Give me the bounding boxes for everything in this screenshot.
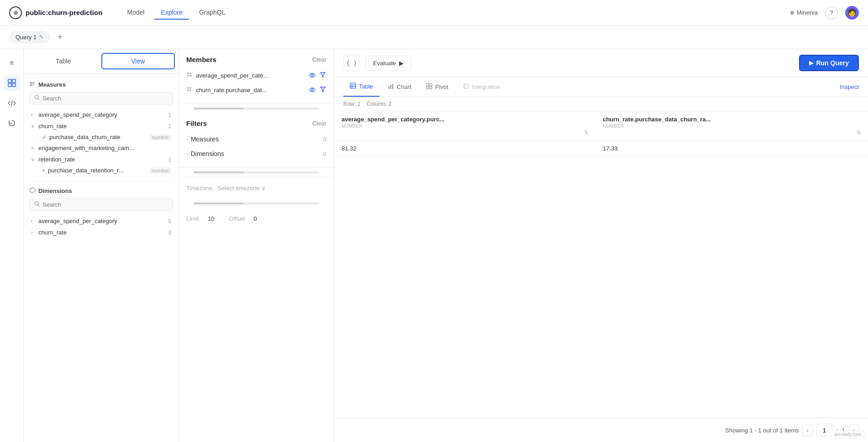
tree-item-count: 1	[168, 156, 171, 163]
help-button[interactable]: ?	[825, 6, 838, 19]
nav-right: Minerva ? 🧑	[790, 6, 859, 20]
sidebar-code-button[interactable]	[4, 95, 20, 111]
member-name-1: churn_rate.purchase_dat...	[196, 87, 305, 94]
tab-view-button[interactable]: View	[101, 53, 175, 69]
child-item-type: number	[150, 167, 171, 174]
filter-measures-row[interactable]: › Measures 0	[186, 132, 326, 146]
chevron-down-icon: ∨	[31, 157, 37, 162]
measures-search-icon	[34, 95, 40, 102]
member-filter-button-1[interactable]	[319, 85, 326, 94]
rp-tabs: Table Chart	[334, 77, 868, 97]
child-item-name: purchase_data_churn_rate	[49, 134, 147, 140]
tree-item-avg-spend[interactable]: › average_spend_per_category 1	[29, 109, 173, 120]
nav-graphql[interactable]: GraphQL	[193, 6, 232, 20]
nav-model[interactable]: Model	[121, 6, 151, 20]
app-logo: ◎ public:churn-prediction	[9, 6, 102, 19]
tree-item-name: engagement_with_marketing_cam...	[38, 145, 171, 151]
svg-rect-32	[389, 86, 389, 89]
svg-point-26	[311, 89, 313, 91]
json-button[interactable]: { }	[343, 55, 360, 71]
evaluate-button[interactable]: Evaluate ▶	[365, 56, 411, 71]
tree-item-name: average_spend_per_category	[38, 111, 166, 118]
tree-item-dim-churn[interactable]: › churn_rate 3	[29, 227, 173, 238]
members-section: Members Clear average_spend_per_cate...	[179, 49, 334, 104]
pivot-tab-icon	[426, 83, 432, 91]
tree-child-item-purchase-data[interactable]: ✓ purchase_data_churn_rate number	[40, 132, 173, 142]
dimensions-search-input[interactable]	[42, 201, 168, 208]
svg-rect-37	[426, 87, 429, 89]
tree-item-churn-rate[interactable]: ∨ churn_rate 1	[29, 120, 173, 132]
tree-item-count: 3	[168, 229, 171, 236]
nav-explore[interactable]: Explore	[154, 6, 189, 20]
member-item-1: churn_rate.purchase_dat...	[186, 83, 326, 97]
member-eye-button-1[interactable]	[308, 85, 316, 94]
sidebar-grid-button[interactable]	[4, 75, 20, 91]
tab-pivot-label: Pivot	[435, 83, 448, 90]
dimensions-search-icon	[34, 201, 40, 208]
col-type-0: NUMBER	[342, 124, 588, 129]
svg-rect-3	[12, 83, 16, 87]
page-prev-button[interactable]: ‹	[802, 425, 812, 436]
tree-item-count: 5	[168, 218, 171, 224]
offset-value: 0	[254, 215, 257, 222]
tab-integration[interactable]: Integration	[457, 78, 506, 96]
measures-search-input[interactable]	[42, 95, 168, 102]
tab-table[interactable]: Table	[343, 77, 379, 97]
svg-line-13	[38, 205, 40, 207]
tab-table-button[interactable]: Table	[27, 54, 100, 68]
add-query-button[interactable]: +	[53, 31, 66, 44]
evaluate-arrow-icon: ▶	[399, 60, 404, 67]
svg-rect-2	[8, 83, 11, 87]
filter-dimensions-row[interactable]: › Dimensions 0	[186, 146, 326, 161]
query-tab[interactable]: Query 1 ✎	[9, 31, 50, 43]
filters-title: Filters	[186, 120, 207, 127]
sort-icon-0[interactable]: ⇅	[584, 130, 588, 135]
timezone-row: Timezone: Select timezone ∨	[186, 181, 326, 195]
timezone-section: Timezone: Select timezone ∨	[179, 177, 334, 199]
tree-item-engagement[interactable]: + engagement_with_marketing_cam...	[29, 142, 173, 154]
chevron-right-icon: ›	[31, 218, 37, 224]
results-table: average_spend_per_category.purc... NUMBE…	[334, 111, 868, 157]
tree-item-dim-avg-spend[interactable]: › average_spend_per_category 5	[29, 215, 173, 227]
plus-icon: +	[42, 167, 45, 174]
timezone-select[interactable]: Select timezone ∨	[217, 185, 266, 192]
measures-icon	[29, 81, 36, 88]
member-filter-button-0[interactable]	[319, 71, 326, 80]
avatar: 🧑	[845, 6, 859, 20]
top-navigation: ◎ public:churn-prediction Model Explore …	[0, 0, 868, 26]
run-query-button[interactable]: ▶ Run Query	[799, 55, 859, 71]
sidebar-history-button[interactable]	[4, 115, 20, 131]
tree-item-retention[interactable]: ∨ retention_rate 1	[29, 154, 173, 165]
pagination: Showing 1 - 1 out of 1 items ‹ / 1 ›	[334, 418, 868, 442]
inspect-button[interactable]: Inspect	[840, 83, 859, 90]
play-icon: ▶	[809, 60, 813, 66]
svg-rect-34	[392, 84, 393, 89]
logo-icon: ◎	[9, 6, 22, 19]
dimensions-icon	[29, 187, 36, 195]
filter-dimensions-chevron: ›	[186, 151, 188, 156]
page-number-input[interactable]	[816, 424, 833, 437]
member-icon-1	[186, 86, 192, 94]
tab-pivot[interactable]: Pivot	[420, 78, 455, 96]
rp-meta: Row: 1 Column: 2	[334, 97, 868, 111]
svg-line-10	[38, 99, 40, 100]
tab-chart[interactable]: Chart	[381, 78, 418, 96]
filter-dimensions-count: 0	[323, 151, 326, 157]
member-item-0: average_spend_per_cate...	[186, 68, 326, 83]
sidebar-menu-button[interactable]: ≡	[4, 55, 20, 71]
dimensions-header: Dimensions	[29, 187, 173, 195]
filters-clear-button[interactable]: Clear	[312, 120, 326, 127]
member-icon-0	[186, 72, 192, 79]
tree-child-item-retention-data[interactable]: + purchase_data_retention_r... number	[40, 165, 173, 176]
tree-item-name: churn_rate	[38, 123, 166, 130]
svg-rect-33	[390, 85, 391, 89]
query-tab-label: Query 1	[16, 34, 37, 41]
sort-icon-1[interactable]: ⇅	[857, 130, 861, 135]
members-clear-button[interactable]: Clear	[312, 56, 326, 63]
dimensions-search-box	[29, 198, 173, 211]
filter-dimensions-label: Dimensions	[191, 150, 321, 157]
chevron-icon: +	[31, 146, 37, 151]
member-eye-button-0[interactable]	[308, 71, 316, 80]
rp-table: average_spend_per_category.purc... NUMBE…	[334, 111, 868, 418]
meta-col: Column: 2	[367, 101, 392, 107]
